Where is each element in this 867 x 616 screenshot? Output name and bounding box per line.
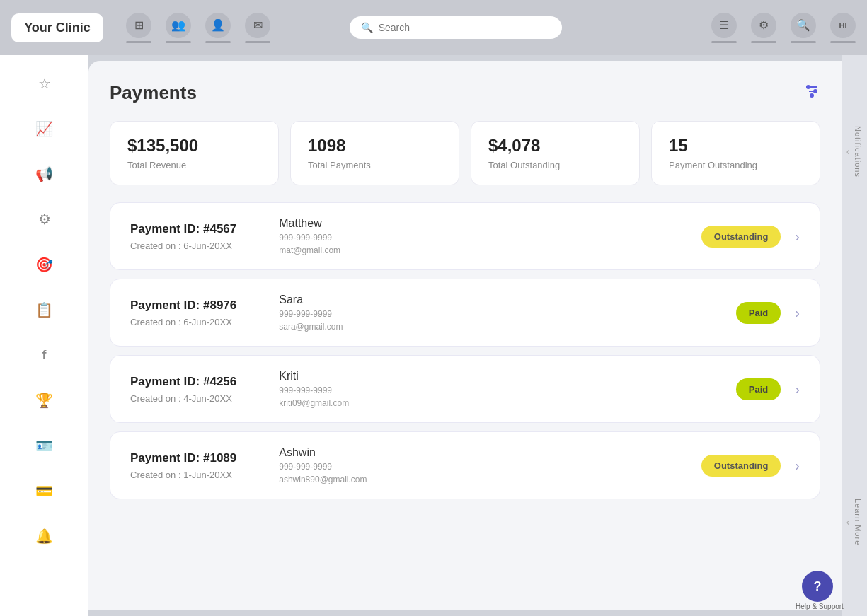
settings-underline [751,41,776,43]
payment-date-3: Created on : 1-Jun-20XX [130,470,236,480]
help-button[interactable]: ? [802,571,833,602]
stat-value-payments: 1098 [308,136,442,156]
nav-icons-right: ☰ ⚙ 🔍 HI [711,13,856,43]
payment-name-3: Ashwin [279,446,367,459]
payment-status-badge-2: Paid [736,378,781,400]
stat-card-outstanding: $4,078 Total Outstanding [471,121,640,185]
settings-icon: ⚙ [751,13,776,38]
payment-right-0: Outstanding › [701,226,800,248]
payment-list: Payment ID: #4567 Created on : 6-Jun-20X… [110,202,820,499]
nav-icons-left: ⊞ 👥 👤 ✉ [126,13,270,43]
payment-name-1: Sara [279,294,343,306]
payment-card: Payment ID: #4567 Created on : 6-Jun-20X… [110,202,820,270]
main-layout: ☆ 📈 📢 ⚙ 🎯 📋 f 🏆 🪪 💳 🔔 Payments [0,55,867,616]
stat-value-outstanding: $4,078 [488,136,622,156]
list-icon: ☰ [711,13,737,38]
settings-nav-btn[interactable]: ⚙ [751,13,776,43]
sidebar-item-megaphone[interactable]: 📢 [30,160,59,188]
payment-name-2: Kriti [279,370,349,383]
sidebar-item-idcard[interactable]: 🪪 [30,431,59,460]
payment-chevron-0[interactable]: › [795,228,800,245]
payment-card: Payment ID: #4256 Created on : 4-Jun-20X… [110,355,820,423]
sidebar-item-bell[interactable]: 🔔 [30,522,59,550]
sidebar-item-star[interactable]: ☆ [30,69,59,98]
sidebar-item-trophy[interactable]: 🏆 [30,386,59,414]
payment-right-2: Paid › [736,378,800,400]
grid-icon: ⊞ [126,13,151,38]
sidebar-item-facebook[interactable]: f [30,341,59,369]
search2-underline [791,41,816,43]
sidebar-item-chart[interactable]: 📈 [30,115,59,143]
sidebar-item-target[interactable]: 🎯 [30,250,59,279]
payment-card: Payment ID: #8976 Created on : 6-Jun-20X… [110,279,820,347]
payment-phone-3: 999-999-9999 [279,462,367,472]
grid-nav-btn[interactable]: ⊞ [126,13,151,43]
people-nav-btn[interactable]: 👥 [166,13,191,43]
avatar-icon: HI [830,13,856,38]
payment-middle-0: Matthew 999-999-9999 mat@gmail.com [279,217,340,255]
mail-underline [245,41,270,43]
payment-name-0: Matthew [279,217,340,230]
payment-id-3: Payment ID: #1089 [130,451,236,465]
svg-point-4 [814,90,817,93]
sidebar-item-clipboard[interactable]: 📋 [30,296,59,324]
svg-point-3 [807,86,810,88]
search-nav-btn[interactable]: 🔍 [791,13,816,43]
stat-card-revenue: $135,500 Total Revenue [110,121,279,185]
avatar-underline [830,41,856,43]
payment-middle-1: Sara 999-999-9999 sara@gmail.com [279,294,343,332]
stat-label-payment-outstanding: Payment Outstanding [669,160,803,170]
payment-right-1: Paid › [736,302,800,324]
learn-more-label: Learn More [854,499,862,545]
search-bar[interactable]: 🔍 [350,16,562,39]
notifications-arrow: ‹ [846,146,850,157]
mail-icon: ✉ [245,13,270,38]
svg-point-5 [810,94,813,97]
filter-button[interactable] [803,83,820,104]
people-icon: 👥 [166,13,191,38]
notifications-label: Notifications [854,126,862,178]
payment-middle-2: Kriti 999-999-9999 kriti09@gmail.com [279,370,349,408]
stat-value-payment-outstanding: 15 [669,136,803,156]
payment-phone-1: 999-999-9999 [279,309,343,319]
payment-chevron-2[interactable]: › [795,381,800,397]
payment-phone-2: 999-999-9999 [279,385,349,395]
payment-status-badge-1: Paid [736,302,781,324]
stat-label-payments: Total Payments [308,160,442,170]
notifications-tab[interactable]: ‹ Notifications [846,126,863,178]
top-navbar: Your Clinic ⊞ 👥 👤 ✉ 🔍 ☰ ⚙ [0,0,867,55]
person-underline [205,41,231,43]
person-nav-btn[interactable]: 👤 [205,13,231,43]
payment-card: Payment ID: #1089 Created on : 1-Jun-20X… [110,431,820,499]
page-header: Payments [110,82,820,104]
payment-email-0: mat@gmail.com [279,245,340,255]
avatar-nav-btn[interactable]: HI [830,13,856,43]
payment-left-3: Payment ID: #1089 Created on : 1-Jun-20X… [130,451,236,480]
payment-middle-3: Ashwin 999-999-9999 ashwin890@gmail.com [279,446,367,484]
list-nav-btn[interactable]: ☰ [711,13,737,43]
stat-value-revenue: $135,500 [127,136,261,156]
payment-email-3: ashwin890@gmail.com [279,475,367,484]
sidebar-item-creditcard[interactable]: 💳 [30,477,59,505]
payment-status-badge-0: Outstanding [701,226,781,248]
stat-label-outstanding: Total Outstanding [488,160,622,170]
payment-right-3: Outstanding › [701,455,800,477]
page-title: Payments [110,82,197,104]
sidebar-item-settings[interactable]: ⚙ [30,205,59,233]
payment-date-2: Created on : 4-Jun-20XX [130,393,236,404]
sidebar: ☆ 📈 📢 ⚙ 🎯 📋 f 🏆 🪪 💳 🔔 [0,55,88,616]
payment-left-1: Payment ID: #8976 Created on : 6-Jun-20X… [130,298,236,327]
people-underline [166,41,191,43]
payment-id-0: Payment ID: #4567 [130,222,236,236]
list-underline [711,41,737,43]
payment-chevron-1[interactable]: › [795,305,800,321]
payment-chevron-3[interactable]: › [795,458,800,474]
learn-more-tab[interactable]: ‹ Learn More [846,499,863,545]
search-input[interactable] [379,22,551,33]
stats-row: $135,500 Total Revenue 1098 Total Paymen… [110,121,820,185]
clinic-logo[interactable]: Your Clinic [11,13,103,42]
search2-icon: 🔍 [791,13,816,38]
stat-card-payments: 1098 Total Payments [290,121,459,185]
grid-underline [126,41,151,43]
mail-nav-btn[interactable]: ✉ [245,13,270,43]
